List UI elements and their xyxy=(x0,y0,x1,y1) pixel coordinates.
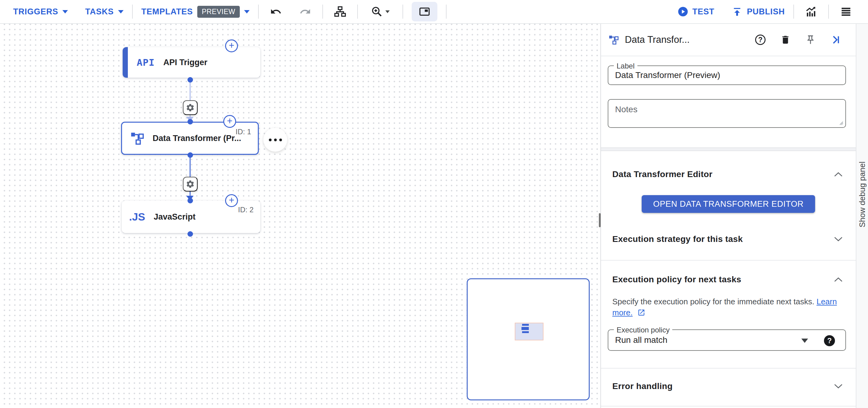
pin-panel-button[interactable] xyxy=(804,34,817,46)
publish-button[interactable]: PUBLISH xyxy=(732,6,785,17)
panel-divider xyxy=(601,56,856,56)
preview-badge: PREVIEW xyxy=(197,6,240,18)
publish-label: PUBLISH xyxy=(747,7,785,17)
dropdown-caret-icon xyxy=(801,339,808,343)
section-data-transformer-editor[interactable]: Data Transformer Editor xyxy=(601,166,856,183)
show-debug-panel-label: Show debug panel xyxy=(858,161,867,227)
panel-divider xyxy=(601,406,856,406)
menu-icon xyxy=(840,6,852,18)
panel-title: Data Transfor... xyxy=(625,34,690,45)
section-title: Execution strategy for this task xyxy=(612,234,743,244)
node-id-badge: ID: 2 xyxy=(238,206,253,214)
toolbar-divider xyxy=(357,5,358,19)
javascript-icon: .JS xyxy=(129,211,145,223)
node-javascript[interactable]: .JS JavaScript ID: 2 xyxy=(122,201,260,233)
triggers-menu-button[interactable]: TRIGGERS xyxy=(13,7,68,17)
label-field[interactable]: Label xyxy=(608,65,846,85)
minimap[interactable] xyxy=(467,278,590,400)
test-label: TEST xyxy=(692,7,714,17)
zoom-menu-button[interactable] xyxy=(366,2,394,22)
help-button[interactable]: ? xyxy=(754,34,767,46)
edge-settings-button[interactable] xyxy=(183,100,197,115)
chevron-up-icon xyxy=(834,171,843,177)
node-label: Data Transformer (Pr... xyxy=(153,134,241,143)
node-more-options-button[interactable] xyxy=(264,128,287,152)
upload-icon xyxy=(732,6,743,17)
gear-icon xyxy=(186,103,195,112)
notes-input[interactable] xyxy=(608,100,845,127)
edge-settings-button[interactable] xyxy=(183,177,197,191)
toolbar-left: TRIGGERS TASKS TEMPLATES PREVIEW xyxy=(13,2,455,22)
collapse-panel-button[interactable] xyxy=(830,34,842,46)
minimap-toggle-button[interactable] xyxy=(412,2,437,22)
tasks-label: TASKS xyxy=(85,7,114,17)
analytics-button[interactable] xyxy=(803,2,820,22)
connection-point[interactable] xyxy=(187,152,193,158)
trigger-accent-bar xyxy=(123,47,128,78)
panel-scrollbar-thumb[interactable] xyxy=(599,213,601,227)
label-input[interactable] xyxy=(608,66,845,85)
data-transformer-icon xyxy=(608,35,619,45)
toolbar-divider xyxy=(446,5,446,19)
chevron-down-icon xyxy=(62,10,68,13)
resize-grip-icon[interactable] xyxy=(838,120,843,125)
test-button[interactable]: TEST xyxy=(678,6,714,17)
connection-point[interactable] xyxy=(187,198,193,203)
notes-field[interactable] xyxy=(608,99,846,128)
chevron-down-icon xyxy=(834,237,843,242)
toolbar-divider xyxy=(828,5,829,19)
execution-policy-label: Execution policy xyxy=(614,326,672,334)
delete-task-button[interactable] xyxy=(779,34,792,46)
redo-button[interactable] xyxy=(297,2,314,22)
task-config-panel: Data Transfor... ? xyxy=(600,24,856,408)
section-error-handling[interactable]: Error handling xyxy=(601,378,856,395)
play-icon xyxy=(678,6,688,17)
node-label: API Trigger xyxy=(163,58,207,67)
node-api-trigger[interactable]: API API Trigger xyxy=(123,47,260,78)
chevron-down-icon xyxy=(118,10,124,13)
external-link-icon[interactable] xyxy=(638,309,645,317)
label-field-label: Label xyxy=(614,62,638,70)
minimap-viewport[interactable] xyxy=(515,323,544,340)
chevron-down-icon xyxy=(834,383,843,389)
node-label: JavaScript xyxy=(154,212,196,222)
add-task-button[interactable]: + xyxy=(223,115,236,128)
auto-layout-button[interactable] xyxy=(332,2,349,22)
node-data-transformer[interactable]: Data Transformer (Pr... ID: 1 xyxy=(121,122,259,155)
show-debug-panel-button[interactable]: Show debug panel xyxy=(856,24,868,408)
execution-policy-select[interactable]: Execution policy Run all match ? xyxy=(608,329,846,351)
gear-icon xyxy=(186,180,195,189)
pin-icon xyxy=(805,35,816,45)
policy-help-button[interactable]: ? xyxy=(824,335,835,346)
toolbar: TRIGGERS TASKS TEMPLATES PREVIEW xyxy=(0,0,868,24)
more-dots-icon xyxy=(269,138,272,141)
templates-label: TEMPLATES xyxy=(141,7,193,17)
triggers-label: TRIGGERS xyxy=(13,7,58,17)
minimap-node xyxy=(522,331,529,333)
analytics-icon xyxy=(805,5,817,18)
add-task-button[interactable]: + xyxy=(225,194,238,207)
panel-actions: ? xyxy=(754,34,842,46)
auto-layout-icon xyxy=(334,5,346,18)
undo-button[interactable] xyxy=(267,2,284,22)
trash-icon xyxy=(780,35,790,45)
section-title: Execution policy for next tasks xyxy=(612,275,741,284)
minimap-node xyxy=(522,324,529,326)
section-title: Error handling xyxy=(612,381,673,391)
connection-point[interactable] xyxy=(187,231,193,237)
tasks-menu-button[interactable]: TASKS xyxy=(85,7,124,17)
open-data-transformer-editor-button[interactable]: OPEN DATA TRANSFORMER EDITOR xyxy=(642,195,815,213)
connection-point[interactable] xyxy=(187,77,193,83)
add-task-button[interactable]: + xyxy=(225,39,238,52)
section-execution-policy[interactable]: Execution policy for next tasks xyxy=(601,271,856,288)
section-execution-strategy[interactable]: Execution strategy for this task xyxy=(601,230,856,248)
workflow-canvas[interactable]: API API Trigger + Data Transformer (Pr..… xyxy=(0,24,600,408)
node-id-badge: ID: 1 xyxy=(236,128,251,136)
connection-point[interactable] xyxy=(187,119,193,124)
menu-button[interactable] xyxy=(837,2,855,22)
panel-divider xyxy=(601,368,856,369)
undo-icon xyxy=(270,6,282,18)
section-divider-band xyxy=(601,148,856,151)
panel-divider xyxy=(601,260,856,260)
templates-menu-button[interactable]: TEMPLATES PREVIEW xyxy=(141,6,250,18)
